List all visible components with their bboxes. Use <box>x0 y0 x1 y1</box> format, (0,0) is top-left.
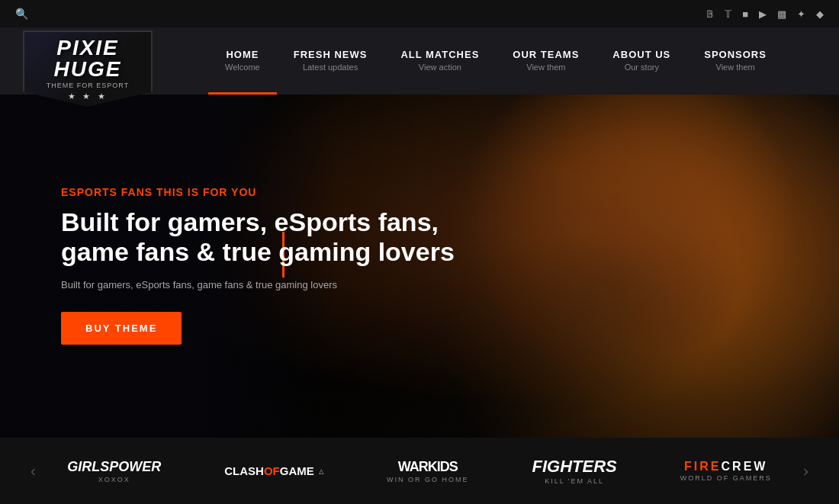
sponsor-name-clashofgame: CLASHofGAME △ <box>224 464 323 477</box>
sponsor-firecrew[interactable]: FIRECREW WORLD OF GAMERS <box>680 460 772 482</box>
hero-tagline: eSports Fans This Is For You <box>61 186 503 198</box>
social-icons: 𝔹 𝕋 ■ ▶ ▩ ✦ ◆ <box>706 8 824 20</box>
nav-label-sponsors: SPONSORS <box>704 49 767 60</box>
sponsor-girlspower[interactable]: GirlsPower XOXOX <box>67 459 161 483</box>
buy-theme-button[interactable]: BUY THEME <box>61 312 182 345</box>
nav-item-about-us[interactable]: ABOUT US Our story <box>596 27 687 95</box>
nav-item-all-matches[interactable]: ALL MATCHES View action <box>384 27 496 95</box>
nav-label-fresh-news: FRESH NEWS <box>294 49 368 60</box>
nav-sub-our-teams: View them <box>526 63 565 72</box>
hero-content: eSports Fans This Is For You Built for g… <box>61 186 503 345</box>
logo-stars: ★ ★ ★ <box>68 91 107 101</box>
search-icon[interactable]: 🔍 <box>15 8 28 20</box>
nav-label-home: HOME <box>226 49 259 60</box>
nav-item-fresh-news[interactable]: FRESH NEWS Latest updates <box>277 27 384 95</box>
sponsor-warkids[interactable]: WARKIDS WIN OR GO HOME <box>387 459 469 483</box>
youtube-icon[interactable]: ▶ <box>759 8 767 20</box>
header: PIXIE HUGE THEME FOR ESPORT ★ ★ ★ HOME W… <box>0 27 839 95</box>
steam-icon[interactable]: ✦ <box>797 8 805 20</box>
facebook-icon[interactable]: 𝔹 <box>706 8 714 20</box>
logo[interactable]: PIXIE HUGE THEME FOR ESPORT ★ ★ ★ <box>23 30 153 107</box>
sponsor-sub-girlspower: XOXOX <box>98 476 130 483</box>
instagram-icon[interactable]: ■ <box>742 8 748 20</box>
nav-label-all-matches: ALL MATCHES <box>400 49 479 60</box>
sponsor-fighters[interactable]: Fighters KILL 'EM ALL <box>532 457 616 485</box>
sponsor-sub-warkids: WIN OR GO HOME <box>387 476 469 483</box>
sponsor-sub-firecrew: WORLD OF GAMERS <box>680 474 772 482</box>
nav-sub-home: Welcome <box>225 63 260 72</box>
logo-text: PIXIE HUGE <box>54 37 122 80</box>
sponsors-list: GirlsPower XOXOX CLASHofGAME △ WARKIDS W… <box>43 457 796 485</box>
hero-section: eSports Fans This Is For You Built for g… <box>0 95 839 438</box>
sponsor-name-firecrew: FIRECREW <box>684 460 767 474</box>
hero-title: Built for gamers, eSports fans, game fan… <box>61 207 503 267</box>
sponsor-sub-fighters: KILL 'EM ALL <box>545 477 604 485</box>
sponsors-bar: ‹ GirlsPower XOXOX CLASHofGAME △ WARKIDS… <box>0 438 839 504</box>
topbar: 🔍 𝔹 𝕋 ■ ▶ ▩ ✦ ◆ <box>0 0 839 27</box>
main-nav: HOME Welcome FRESH NEWS Latest updates A… <box>175 27 816 95</box>
nav-label-about-us: ABOUT US <box>612 49 670 60</box>
nav-sub-about-us: Our story <box>625 63 659 72</box>
sponsor-name-warkids: WARKIDS <box>398 459 458 475</box>
hero-description: Built for gamers, eSports fans, game fan… <box>61 279 503 291</box>
nav-label-our-teams: OUR TEAMS <box>513 49 579 60</box>
nav-sub-sponsors: View them <box>716 63 755 72</box>
nav-sub-all-matches: View action <box>419 63 461 72</box>
nav-item-home[interactable]: HOME Welcome <box>208 27 277 95</box>
sponsor-clashofgame[interactable]: CLASHofGAME △ <box>224 464 323 478</box>
sponsor-name-fighters: Fighters <box>532 457 616 477</box>
twitch-icon[interactable]: ▩ <box>777 8 786 20</box>
nav-sub-fresh-news: Latest updates <box>303 63 358 72</box>
sponsors-next-arrow[interactable]: › <box>796 462 816 480</box>
nav-item-sponsors[interactable]: SPONSORS View them <box>687 27 783 95</box>
nav-item-our-teams[interactable]: OUR TEAMS View them <box>496 27 596 95</box>
twitter-icon[interactable]: 𝕋 <box>725 8 731 20</box>
logo-subtitle: THEME FOR ESPORT <box>47 82 129 89</box>
sponsor-name-girlspower: GirlsPower <box>67 459 161 475</box>
discord-icon[interactable]: ◆ <box>816 8 824 20</box>
sponsors-prev-arrow[interactable]: ‹ <box>23 462 43 480</box>
